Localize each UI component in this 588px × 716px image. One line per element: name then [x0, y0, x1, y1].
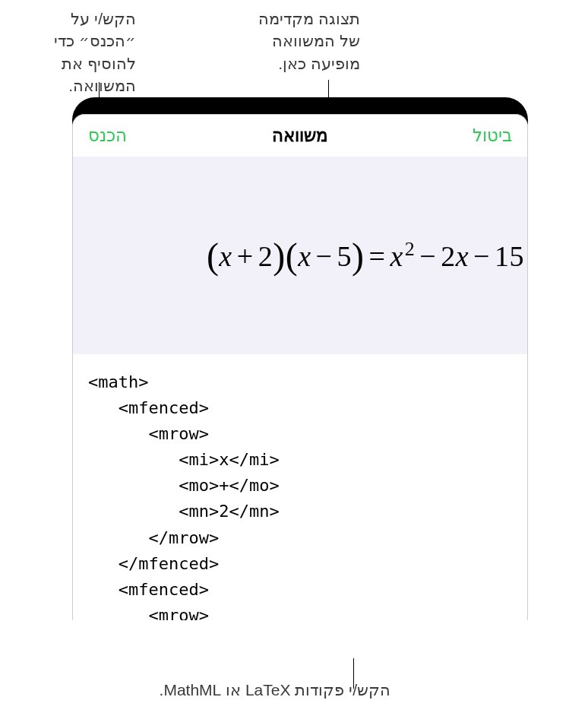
cancel-button[interactable]: ביטול: [473, 125, 512, 146]
mathml-input[interactable]: <math> <mfenced> <mrow> <mi>x</mi> <mo>+…: [73, 354, 527, 620]
nav-bar: ביטול משוואה הכנס: [73, 115, 527, 157]
callout-preview: תצוגה מקדימה של המשוואה מופיעה כאן.: [239, 8, 360, 74]
equation-render: (x+2)(x−5)=x2−2x−15: [207, 235, 524, 277]
callout-line: [353, 658, 354, 689]
insert-button[interactable]: הכנס: [88, 125, 127, 146]
callout-code: הקש/י פקודות LaTeX או MathML.: [125, 679, 390, 701]
sheet-title: משוואה: [272, 125, 328, 146]
equation-sheet: ביטול משוואה הכנס (x+2)(x−5)=x2−2x−15 <m…: [72, 114, 528, 620]
callout-insert: הקש/י על ״הכנס״ כדי להוסיף את המשוואה.: [11, 8, 136, 97]
code-text[interactable]: <math> <mfenced> <mrow> <mi>x</mi> <mo>+…: [88, 369, 512, 620]
device-frame: ביטול משוואה הכנס (x+2)(x−5)=x2−2x−15 <m…: [72, 97, 528, 620]
equation-preview: (x+2)(x−5)=x2−2x−15: [73, 157, 527, 354]
